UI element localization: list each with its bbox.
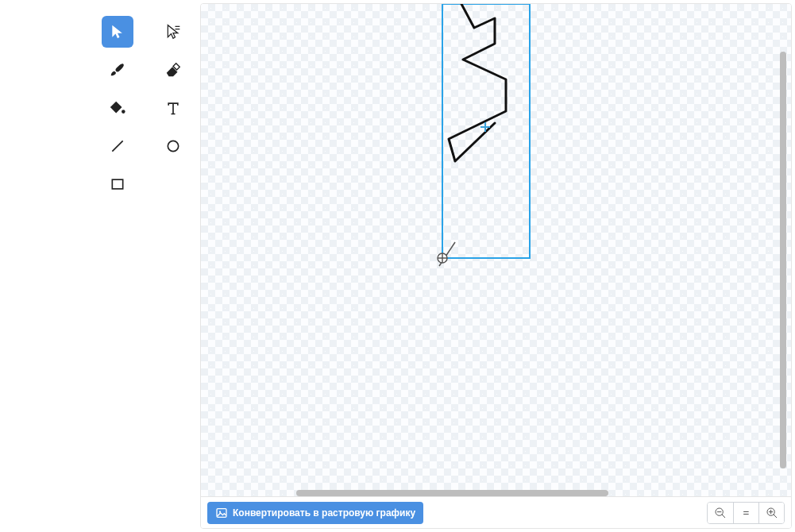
tool-eraser[interactable]: [157, 54, 189, 86]
tool-grid: [102, 16, 200, 200]
zoom-in-button[interactable]: [758, 503, 784, 523]
svg-point-4: [168, 141, 178, 151]
tool-select[interactable]: [102, 16, 133, 48]
zoom-out-icon: [714, 507, 727, 519]
cursor-icon: [110, 24, 125, 40]
svg-line-18: [774, 515, 777, 518]
svg-line-3: [112, 141, 122, 151]
canvas-area[interactable]: Конвертировать в растровую графику =: [200, 3, 792, 529]
direct-cursor-icon: [165, 24, 181, 40]
svg-rect-5: [112, 179, 122, 189]
zoom-out-button[interactable]: [708, 503, 733, 523]
eraser-icon: [164, 61, 182, 79]
tool-direct-select[interactable]: [157, 16, 189, 48]
rectangle-icon: [110, 176, 125, 192]
toolbar: [0, 0, 200, 532]
svg-line-15: [722, 515, 725, 518]
zoom-in-icon: [766, 507, 778, 519]
circle-icon: [165, 138, 181, 154]
paint-bucket-icon: [109, 99, 126, 117]
app-root: Конвертировать в растровую графику =: [0, 0, 795, 532]
tool-text[interactable]: [157, 92, 189, 124]
zoom-reset-button[interactable]: =: [733, 503, 758, 523]
bottom-bar: Конвертировать в растровую графику =: [201, 496, 791, 528]
canvas-background: [201, 4, 791, 528]
line-icon: [110, 138, 125, 154]
convert-button-label: Конвертировать в растровую графику: [233, 507, 415, 519]
brush-icon: [109, 61, 126, 79]
text-icon: [165, 100, 181, 116]
convert-to-raster-button[interactable]: Конвертировать в растровую графику: [207, 502, 423, 524]
equals-icon: =: [743, 507, 750, 519]
horizontal-scrollbar[interactable]: [296, 490, 608, 496]
tool-circle[interactable]: [157, 130, 189, 162]
tool-line[interactable]: [102, 130, 133, 162]
image-icon: [215, 507, 228, 519]
vertical-scrollbar[interactable]: [780, 52, 786, 468]
tool-brush[interactable]: [102, 54, 133, 86]
svg-point-2: [122, 110, 125, 114]
zoom-controls: =: [707, 502, 785, 524]
tool-paint-bucket[interactable]: [102, 92, 133, 124]
tool-rectangle[interactable]: [102, 168, 133, 200]
